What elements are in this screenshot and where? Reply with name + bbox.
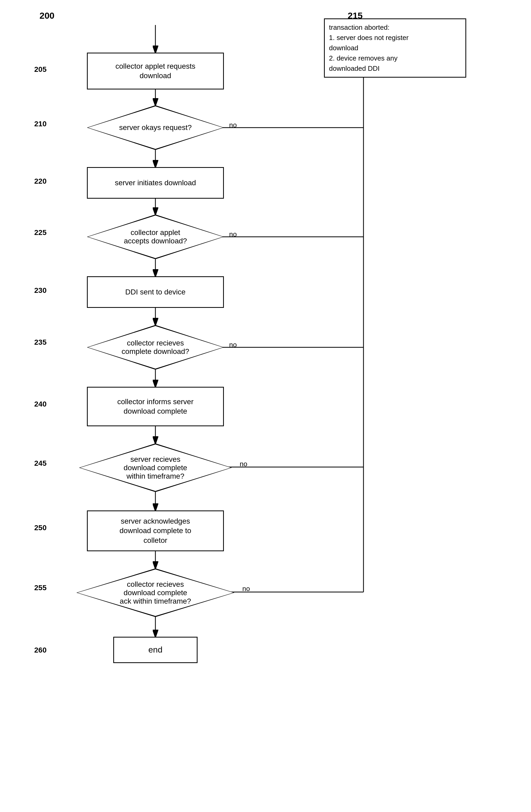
label-250: 250 [34,524,47,532]
node-250: server acknowledges download complete to… [87,510,224,551]
label-245: 245 [34,459,47,467]
arrows-svg [0,0,531,812]
node-255: collector recieves download complete ack… [76,568,234,617]
node-210: server okays request? [87,105,224,150]
flowchart-diagram: 200 205 collector applet requests downlo… [0,0,531,812]
label-235: 235 [34,338,47,347]
label-230: 230 [34,286,47,295]
node-240: collector informs server download comple… [87,387,224,426]
label-220: 220 [34,177,47,186]
node-230: DDI sent to device [87,276,224,308]
label-200: 200 [40,11,55,21]
node-205: collector applet requests download [87,53,224,89]
node-245: server recieves download complete within… [79,444,232,492]
no-label-225: no [229,230,237,238]
node-220: server initiates download [87,167,224,199]
node-260: end [113,637,197,663]
label-225: 225 [34,228,47,237]
node-235: collector recieves complete download? [87,325,224,370]
no-label-210: no [229,121,237,129]
label-255: 255 [34,584,47,592]
label-210: 210 [34,120,47,128]
node-225: collector applet accepts download? [87,215,224,259]
no-label-255: no [242,585,250,593]
no-label-235: no [229,341,237,349]
label-240: 240 [34,400,47,408]
no-label-245: no [240,460,247,468]
label-205: 205 [34,65,47,74]
node-215: transaction aborted: 1. server does not … [324,18,466,78]
label-260: 260 [34,646,47,654]
